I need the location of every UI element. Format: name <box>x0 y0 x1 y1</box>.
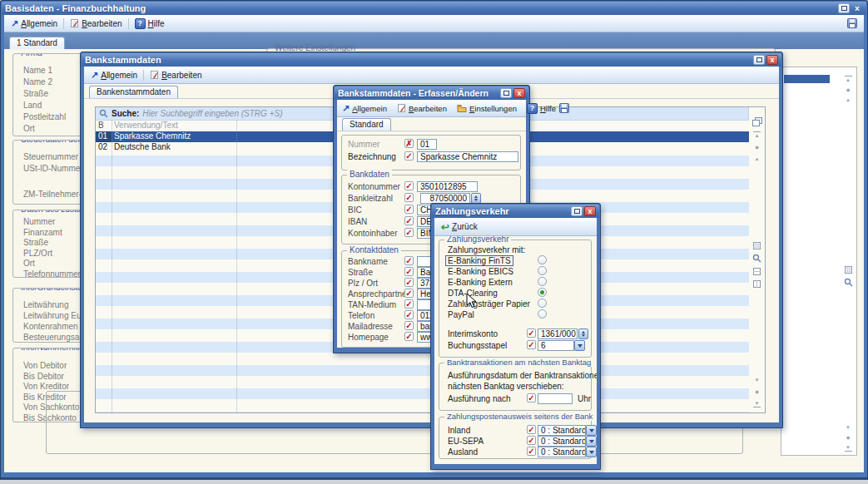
row-text: Sparkasse Chemnitz <box>112 131 191 142</box>
option-label-paypal[interactable]: PayPal <box>448 310 474 319</box>
scroll-top-icon[interactable]: ▲ <box>753 131 761 139</box>
settings-folder-icon <box>457 104 467 113</box>
red-check-icon[interactable]: ✓ <box>527 447 536 456</box>
option-label-extern[interactable]: E-Banking Extern <box>448 278 513 287</box>
detail-icon[interactable] <box>753 280 761 288</box>
menu-bearbeiten[interactable]: Bearbeiten <box>394 102 449 114</box>
menu-hilfe[interactable]: ?Hilfe <box>132 17 167 30</box>
copy-icon[interactable] <box>752 117 762 126</box>
red-check-icon[interactable]: ✓ <box>527 340 536 349</box>
grid-icon[interactable] <box>845 266 852 274</box>
radio-extern[interactable] <box>538 277 547 286</box>
menu-einstellungen[interactable]: Einstellungen <box>454 103 519 114</box>
save-button[interactable] <box>845 17 860 29</box>
payment-titlebar: Zahlungsverkehr x <box>432 205 599 218</box>
red-check-icon[interactable]: ✓ <box>404 228 414 237</box>
red-x-icon[interactable]: ✗ <box>404 139 414 148</box>
back-button[interactable]: ↩Zurück <box>439 221 480 233</box>
red-check-icon[interactable]: ✓ <box>527 393 536 403</box>
scroll-down-icon[interactable]: ▼ <box>753 377 761 383</box>
scroll-top-icon[interactable]: ▲ <box>845 76 852 83</box>
nav-diamond-icon[interactable]: ◆ <box>845 86 852 93</box>
buchungsstapel-field[interactable]: 6 <box>538 340 574 351</box>
red-check-icon[interactable]: ✓ <box>527 328 536 338</box>
menu-hilfe[interactable]: ?Hilfe <box>524 102 558 115</box>
restore-button[interactable] <box>500 88 512 98</box>
mouse-cursor <box>466 293 479 309</box>
eu-sepa-select[interactable]: 0 : Standard <box>538 436 586 447</box>
menu-allgemein[interactable]: ↗Allgemein <box>88 70 140 81</box>
red-check-icon[interactable]: ✓ <box>404 205 414 214</box>
restore-button[interactable] <box>838 3 850 13</box>
red-check-icon[interactable]: ✓ <box>527 436 536 445</box>
detail-icon[interactable] <box>753 268 761 275</box>
radio-fints[interactable] <box>538 255 547 264</box>
tab-1-standard[interactable]: 1 Standard <box>9 37 65 49</box>
ausland-select[interactable]: 0 : Standard <box>538 447 586 457</box>
red-check-icon[interactable]: ✓ <box>527 425 536 434</box>
column-header-text[interactable]: Verwendung/Text <box>112 121 178 131</box>
right-panel-controls: ▲ ◆ ▲ ▼ ◆ ▼ <box>842 76 854 452</box>
menu-allgemein[interactable]: ↗Allgemein <box>340 103 389 114</box>
red-check-icon[interactable]: ✓ <box>404 299 414 309</box>
column-header-b[interactable]: B <box>96 121 112 131</box>
close-button[interactable]: x <box>513 88 525 98</box>
red-check-icon[interactable]: ✓ <box>404 321 414 330</box>
red-check-icon[interactable]: ✓ <box>404 193 414 202</box>
restore-button[interactable] <box>571 206 583 216</box>
radio-papier[interactable] <box>538 299 547 308</box>
interimskonto-field[interactable]: 1361/000 <box>538 328 578 339</box>
inland-dropdown[interactable] <box>586 425 597 436</box>
toolbar-separator <box>143 70 144 81</box>
iban-label: IBAN <box>348 217 367 226</box>
close-button[interactable]: x <box>584 206 596 216</box>
red-check-icon[interactable]: ✓ <box>404 181 414 190</box>
ausfuehrung-field[interactable] <box>538 393 573 404</box>
window-title: Zahlungsverkehr <box>435 206 509 216</box>
red-check-icon[interactable]: ✓ <box>404 216 414 225</box>
close-button[interactable]: x <box>766 55 778 65</box>
menu-allgemein[interactable]: ↗Allgemein <box>8 18 60 29</box>
scroll-bottom-icon[interactable]: ▼ <box>845 444 852 452</box>
search-icon[interactable] <box>752 254 761 263</box>
bezeichnung-field[interactable]: Sparkasse Chemnitz <box>417 151 518 162</box>
scroll-up-icon[interactable]: ▲ <box>753 156 761 162</box>
radio-dta-clearing[interactable] <box>538 288 547 297</box>
nummer-field[interactable]: 01 <box>417 139 437 150</box>
radio-ebics[interactable] <box>538 266 547 275</box>
red-check-icon[interactable]: ✓ <box>404 289 414 298</box>
buchungsstapel-dropdown[interactable] <box>574 340 585 351</box>
red-check-icon[interactable]: ✓ <box>404 332 414 341</box>
table-side-controls: ▲ ◆ ▲ ▼ ◆ ▼ <box>750 109 764 411</box>
scroll-bottom-icon[interactable]: ▼ <box>753 400 761 407</box>
ausland-dropdown[interactable] <box>586 447 597 457</box>
nav-diamond-icon[interactable]: ◆ <box>753 144 761 151</box>
red-check-icon[interactable]: ✓ <box>404 151 414 161</box>
restore-button[interactable] <box>753 55 765 65</box>
tab-bankenstammdaten[interactable]: Bankenstammdaten <box>89 86 178 98</box>
interimskonto-spinner[interactable] <box>578 328 588 339</box>
nav-diamond-icon[interactable]: ◆ <box>753 388 761 395</box>
option-label-papier[interactable]: Zahlungsträger Papier <box>448 299 530 309</box>
scroll-down-icon[interactable]: ▼ <box>845 424 852 431</box>
radio-paypal[interactable] <box>538 309 547 319</box>
eu-sepa-dropdown[interactable] <box>586 436 597 447</box>
red-check-icon[interactable]: ✓ <box>404 278 414 287</box>
save-button[interactable] <box>559 103 569 113</box>
edit-page-icon <box>397 103 406 113</box>
close-button[interactable]: × <box>851 3 863 13</box>
option-label-ebics[interactable]: E-Banking EBICS <box>448 267 513 276</box>
option-label-fints[interactable]: E-Banking FinTS <box>445 255 513 266</box>
scroll-up-icon[interactable]: ▲ <box>845 96 852 103</box>
nav-diamond-icon[interactable]: ◆ <box>845 434 852 441</box>
red-check-icon[interactable]: ✓ <box>404 310 414 319</box>
kontonummer-field[interactable]: 3501012895 <box>417 181 478 192</box>
inland-select[interactable]: 0 : Standard <box>538 425 586 436</box>
menu-bearbeiten[interactable]: Bearbeiten <box>67 17 124 29</box>
menu-bearbeiten[interactable]: Bearbeiten <box>147 69 204 81</box>
tab-standard[interactable]: Standard <box>342 118 391 131</box>
red-check-icon[interactable]: ✓ <box>404 256 414 265</box>
grid-icon[interactable] <box>753 242 761 249</box>
red-check-icon[interactable]: ✓ <box>404 267 414 276</box>
search-icon[interactable] <box>844 278 853 287</box>
